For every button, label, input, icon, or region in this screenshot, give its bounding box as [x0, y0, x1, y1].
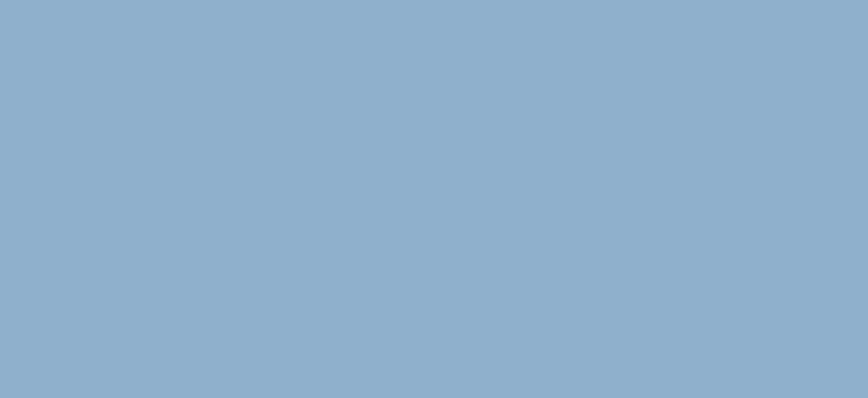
desktop	[0, 0, 868, 398]
